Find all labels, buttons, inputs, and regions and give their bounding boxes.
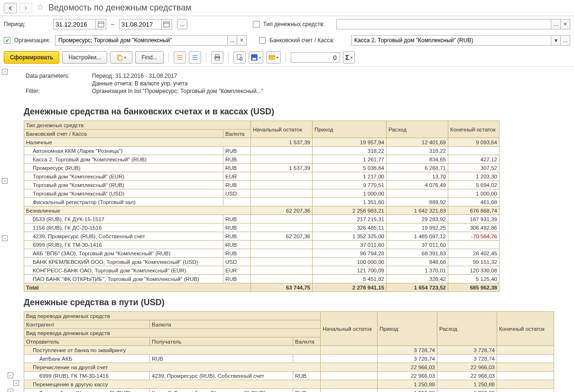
titlebar: Ведомость по денежным средствам bbox=[0, 0, 574, 16]
forward-button[interactable] bbox=[19, 3, 32, 13]
data-row[interactable]: Торговый дом "Комплексный" (EUR)EUR1 217… bbox=[24, 172, 571, 181]
svg-rect-12 bbox=[252, 58, 256, 60]
org-select[interactable]: ... bbox=[228, 35, 237, 46]
svg-rect-5 bbox=[119, 56, 122, 60]
data-row[interactable]: 0533 (RUB), ГК ДУК-15-1517RUB217 215,312… bbox=[24, 215, 571, 224]
section2-title: Денежные средства в пути (USD) bbox=[24, 298, 570, 308]
back-button[interactable] bbox=[4, 3, 17, 13]
date-to[interactable] bbox=[119, 19, 172, 29]
outline-toggle[interactable]: − bbox=[2, 69, 8, 75]
svg-rect-0 bbox=[98, 22, 104, 27]
date-from[interactable] bbox=[53, 19, 106, 29]
data-row[interactable]: Торговый дом "Комплексный" (USD)USD1 000… bbox=[24, 189, 571, 198]
period-select-button[interactable]: ... bbox=[177, 19, 187, 29]
filter-row-org: Организация: ... × Банковский счет / Кас… bbox=[0, 32, 574, 48]
expand-all-button[interactable] bbox=[174, 51, 186, 64]
find-button[interactable]: Find... bbox=[135, 51, 163, 64]
outline-toggle[interactable]: − bbox=[2, 178, 8, 184]
group-row[interactable]: Поступление от банка по эквайрингу3 728,… bbox=[24, 346, 571, 355]
bank-select[interactable]: ... bbox=[561, 35, 570, 46]
outline-toggle[interactable]: − bbox=[13, 380, 19, 386]
data-row[interactable]: 1156 (RUB), ГК ДС-20-1516RUB326 485,1119… bbox=[24, 224, 571, 232]
data-row[interactable]: КОНГРЕСС-БАНК ОАО, Торговый дом "Комплек… bbox=[24, 266, 571, 275]
org-input[interactable] bbox=[55, 35, 228, 46]
svg-rect-9 bbox=[237, 55, 241, 59]
data-row[interactable]: 4239, Промресурс (RUB), Собственный счет… bbox=[24, 232, 571, 241]
section1-title: Денежные средства на банковских счетах и… bbox=[24, 107, 570, 117]
bank-dropdown[interactable]: ▾ bbox=[551, 35, 561, 46]
collapse-all-button[interactable] bbox=[189, 51, 201, 64]
params-label: Data parameters: bbox=[26, 73, 92, 79]
group-row[interactable]: Наличные1 537,3919 957,9412 401,699 093,… bbox=[24, 138, 571, 147]
svg-rect-6 bbox=[215, 55, 219, 56]
type-funds-label: Тип денежных средств: bbox=[263, 21, 334, 28]
data-row[interactable]: Промресурс (RUB)RUB1 537,395 038,846 268… bbox=[24, 164, 571, 172]
date-from-input[interactable] bbox=[53, 19, 96, 29]
type-funds-input[interactable] bbox=[336, 19, 551, 29]
params-block: Data parameters:Период: 31.12.2016 - 31.… bbox=[24, 69, 570, 101]
filter-row-period: Период: – ... Тип денежных средств: ... … bbox=[0, 16, 574, 32]
bank-checkbox[interactable] bbox=[259, 37, 266, 44]
group-row[interactable]: Перемещение в другую кассу1 250,881 250,… bbox=[24, 380, 571, 389]
data-row[interactable]: БАНК КРЕМЛЕВСКИЙ ООО, Торговый дом "Комп… bbox=[24, 258, 571, 266]
org-clear[interactable]: × bbox=[237, 35, 247, 46]
data-row[interactable]: Торговый дом "Комплексный" (RUB)Касса 2,… bbox=[24, 389, 571, 392]
svg-rect-2 bbox=[164, 22, 169, 27]
page-title: Ведомость по денежным средствам bbox=[48, 3, 192, 13]
toolbar: Сформировать Настройки... Find... Σ bbox=[0, 48, 574, 67]
section1-table: Тип денежных средствНачальный остатокПри… bbox=[24, 121, 570, 292]
save-button[interactable] bbox=[249, 51, 263, 64]
generate-button[interactable]: Сформировать bbox=[4, 51, 59, 64]
outline-column: − − − − − − − − − − bbox=[0, 67, 22, 392]
group-row[interactable]: Безналичные62 207,362 256 983,211 642 32… bbox=[24, 206, 571, 215]
print-button[interactable] bbox=[211, 51, 223, 64]
bank-input[interactable] bbox=[351, 35, 551, 46]
section2-table: Вид перевода денежных средствНачальный о… bbox=[24, 311, 570, 392]
org-label: Организация: bbox=[14, 37, 53, 44]
date-sep: – bbox=[111, 21, 114, 28]
sum-input[interactable] bbox=[291, 52, 340, 63]
outline-toggle[interactable]: − bbox=[8, 373, 13, 378]
filter-label: Filter: bbox=[26, 88, 92, 94]
period-label: Период: bbox=[4, 21, 51, 28]
date-to-input[interactable] bbox=[119, 19, 162, 29]
variants-button[interactable] bbox=[110, 51, 132, 64]
data-row[interactable]: Фискальный регистратор (Торговый зал)1 3… bbox=[24, 198, 571, 206]
data-row[interactable]: Автономная ККМ (Ларек "Розница")RUB318,2… bbox=[24, 147, 571, 155]
email-button[interactable] bbox=[266, 51, 281, 64]
type-funds-select[interactable]: ... bbox=[551, 19, 561, 29]
data-row[interactable]: АКБ "ВПБ" (ЗАО), Торговый дом "Комплексн… bbox=[24, 249, 571, 258]
preview-button[interactable] bbox=[233, 51, 246, 64]
data-row[interactable]: 6999 (RUB), ГК ТМ-30-14164239, Промресур… bbox=[24, 372, 571, 380]
group-row[interactable]: Перечисление на другой счет22 966,0322 9… bbox=[24, 363, 571, 372]
outline-toggle[interactable]: − bbox=[8, 389, 13, 392]
data-row[interactable]: ПАО БАНК "ФК ОТКРЫТИЕ", Торговый дом "Ко… bbox=[24, 275, 571, 283]
type-funds-checkbox[interactable] bbox=[253, 21, 259, 28]
calendar-icon[interactable] bbox=[162, 19, 172, 29]
report-body: − − − − − − − − − − Data parameters:Пери… bbox=[0, 67, 574, 392]
settings-button[interactable]: Настройки... bbox=[62, 51, 107, 64]
data-row[interactable]: АвтБанк АКБRUB3 728,743 728,74 bbox=[24, 355, 571, 363]
type-funds-clear[interactable]: × bbox=[561, 19, 570, 29]
calendar-icon[interactable] bbox=[96, 19, 106, 29]
favorite-icon[interactable] bbox=[37, 4, 44, 12]
svg-rect-8 bbox=[215, 58, 219, 60]
org-checkbox[interactable] bbox=[4, 37, 10, 44]
outline-toggle[interactable]: − bbox=[2, 235, 8, 241]
data-row[interactable]: Касса 2, Торговый дом "Комплексный" (RUB… bbox=[24, 155, 571, 164]
sigma-button[interactable]: Σ bbox=[343, 51, 355, 64]
bank-label: Банковский счет / Касса: bbox=[269, 37, 349, 44]
data-row[interactable]: Торговый дом "Комплексный" (RUB)RUB9 770… bbox=[24, 181, 571, 189]
data-row[interactable]: 6999 (RUB), ГК ТМ-30-1416RUB37 011,6037 … bbox=[24, 241, 571, 249]
